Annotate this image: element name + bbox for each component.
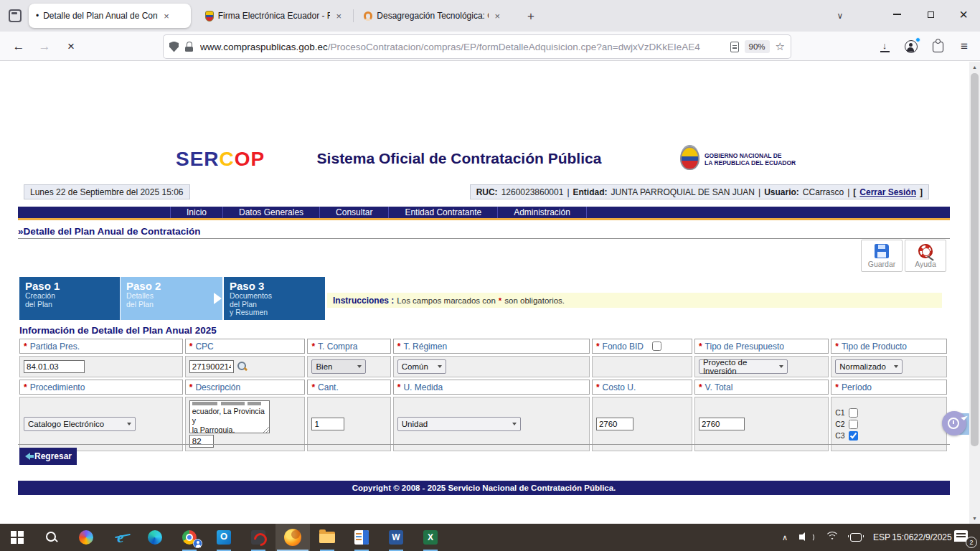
menu-item-datos-generales[interactable]: Datos Generales [222, 207, 319, 218]
taskbar-firefox-active[interactable] [275, 524, 310, 551]
regresar-button[interactable]: Regresar [19, 448, 77, 465]
periodo-option-c1: C1 [835, 408, 857, 418]
start-button[interactable] [0, 524, 34, 551]
bookmark-star-icon[interactable]: ☆ [776, 40, 785, 53]
menu-item-administracion[interactable]: Administración [497, 207, 587, 218]
tray-chevron-icon[interactable]: ∧ [775, 524, 795, 551]
header-tipo-producto: *Tipo de Producto [831, 339, 947, 354]
window-minimize-button[interactable] [880, 0, 913, 29]
descripcion-textarea[interactable]: ecuador, La Provincia y la Parroquia. [189, 400, 270, 433]
step-arrow-icon [214, 293, 222, 304]
u-medida-select[interactable]: Unidad [397, 417, 521, 431]
cpc-input[interactable] [189, 360, 234, 373]
tab-desagregacion[interactable]: Desagregación Tecnológica: Cál × [357, 4, 509, 28]
taskbar-word[interactable]: W [379, 524, 413, 551]
descripcion-extra-input[interactable] [189, 435, 214, 448]
procedimiento-select[interactable]: Catalogo Electrónico [24, 417, 136, 431]
cerrar-sesion-link[interactable]: Cerrar Sesión [859, 187, 916, 197]
new-tab-button[interactable]: + [522, 7, 540, 26]
screen: • Detalle del Plan Anual de Contr × Firm… [0, 0, 980, 551]
menu-button[interactable]: ≡ [953, 36, 975, 57]
taskbar-internet-explorer[interactable]: e [103, 524, 138, 551]
wifi-icon[interactable] [819, 524, 845, 551]
floating-timer-widget[interactable] [942, 411, 968, 437]
forward-button[interactable]: → [34, 37, 55, 57]
notification-center-button[interactable]: 2 [947, 524, 980, 551]
taskbar-copilot[interactable] [69, 524, 103, 551]
taskbar-edge[interactable] [138, 524, 172, 551]
table-bottom-divider [18, 444, 950, 445]
partida-pres-input[interactable] [24, 360, 85, 373]
tipo-producto-select[interactable]: Normalizado [835, 359, 903, 374]
downloads-button[interactable]: ↓ [874, 36, 895, 57]
menu-item-consultar[interactable]: Consultar [319, 207, 388, 218]
v-total-input[interactable] [699, 418, 745, 430]
folder-icon [319, 532, 335, 543]
header-procedimiento: *Procedimiento [19, 380, 183, 395]
t-compra-select[interactable]: Bien [311, 359, 366, 374]
clock-date[interactable]: 15:06 22/9/2025 [897, 524, 947, 551]
c1-checkbox[interactable] [849, 408, 858, 418]
taskbar-search-button[interactable] [34, 524, 69, 551]
taskbar-excel[interactable]: X [413, 524, 448, 551]
tab-close-icon[interactable]: × [334, 11, 343, 22]
tipo-presupuesto-select[interactable]: Proyecto de Inversión [699, 359, 788, 374]
usuario-value: CCarrasco [803, 187, 844, 197]
tab-detalle-plan[interactable]: • Detalle del Plan Anual de Contr × [29, 4, 191, 28]
entidad-value: JUNTA PARROQUIAL DE SAN JUAN [611, 187, 755, 197]
cell-descripcion: ecuador, La Provincia y la Parroquia. [185, 397, 306, 451]
account-button[interactable] [900, 36, 922, 57]
menu-item-entidad-contratante[interactable]: Entidad Contratante [388, 207, 497, 218]
cpc-search-icon[interactable] [237, 362, 248, 372]
costo-u-input[interactable] [596, 418, 633, 430]
window-restore-button[interactable] [914, 0, 947, 29]
help-lifering-icon [918, 244, 933, 258]
tab-close-icon[interactable]: × [493, 11, 501, 22]
vertical-scrollbar[interactable]: ▲ ▼ [969, 62, 980, 524]
zoom-level-badge[interactable]: 90% [745, 40, 770, 53]
back-button[interactable]: ← [9, 37, 29, 57]
internet-explorer-icon: e [117, 529, 123, 547]
tab-list-chevron-icon[interactable]: ∨ [831, 7, 849, 26]
tab-firma-electronica[interactable]: Firma Electrónica Ecuador - Firm × [198, 4, 350, 28]
tab-separator [353, 9, 354, 22]
t-regimen-select[interactable]: Común [397, 359, 446, 374]
taskbar-outlook[interactable] [207, 524, 241, 551]
menu-item-inicio[interactable]: Inicio [170, 207, 222, 218]
fondo-bid-checkbox[interactable] [652, 342, 661, 351]
stop-button[interactable]: × [61, 37, 81, 57]
scrollbar-thumb[interactable] [971, 73, 979, 446]
volume-icon[interactable] [795, 524, 819, 551]
taskbar-file-explorer[interactable] [310, 524, 344, 551]
tab-title: Desagregación Tecnológica: Cál [377, 11, 489, 21]
regresar-label: Regresar [34, 451, 72, 461]
paso2-title: Paso 2 [126, 280, 217, 292]
taskbar-acrobat[interactable] [241, 524, 275, 551]
paso3-title: Paso 3 [230, 280, 319, 292]
header-cpc: *CPC [185, 339, 306, 354]
lock-icon[interactable] [185, 41, 194, 52]
url-text[interactable]: www.compraspublicas.gob.ec/ProcesoContra… [200, 42, 725, 52]
cast-icon[interactable] [845, 524, 867, 551]
ayuda-button[interactable]: Ayuda [905, 240, 946, 272]
tracking-shield-icon[interactable] [169, 42, 179, 52]
url-bar[interactable]: www.compraspublicas.gob.ec/ProcesoContra… [164, 35, 791, 58]
firefox-view-icon[interactable] [9, 9, 22, 22]
required-asterisk: * [499, 296, 501, 305]
scroll-up-arrow[interactable]: ▲ [969, 62, 980, 72]
taskbar-office-document[interactable] [344, 524, 379, 551]
office-document-icon [354, 530, 369, 545]
firefox-icon [284, 529, 301, 546]
c2-checkbox[interactable] [849, 420, 858, 429]
c3-checkbox[interactable] [849, 431, 858, 441]
cant-input[interactable] [311, 418, 344, 430]
extensions-button[interactable] [927, 36, 948, 57]
edge-icon [148, 530, 162, 545]
window-close-button[interactable] [947, 0, 980, 29]
scroll-down-arrow[interactable]: ▼ [969, 513, 980, 524]
guardar-button[interactable]: Guardar [861, 240, 903, 272]
tab-title: Detalle del Plan Anual de Contr [43, 11, 158, 21]
taskbar-chrome[interactable] [172, 524, 207, 551]
reader-view-icon[interactable] [730, 42, 739, 52]
tab-close-icon[interactable]: × [162, 11, 171, 22]
